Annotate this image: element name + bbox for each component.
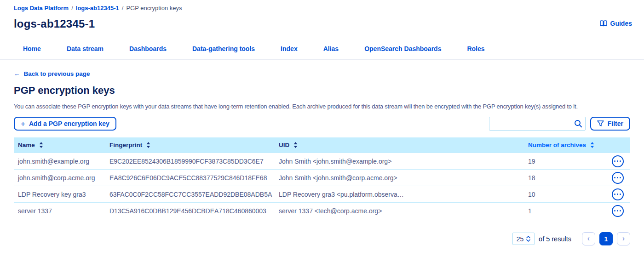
sort-icon[interactable] [39,142,43,148]
prev-page-button[interactable]: ‹ [582,232,595,245]
funnel-icon [597,120,604,127]
ellipsis-icon [614,194,616,195]
breadcrumb-current: PGP encryption keys [126,5,182,11]
cell-name: LDP Recovery key gra3 [14,191,109,198]
cell-archives: 19 [527,158,605,165]
sort-icon[interactable] [590,142,594,148]
breadcrumb-link-logs-data-platform[interactable]: Logs Data Platform [14,5,69,11]
plus-icon: + [21,120,25,128]
row-actions-button[interactable] [612,155,624,167]
next-page-button[interactable]: › [617,232,630,245]
search-icon[interactable] [574,120,582,130]
sort-icon[interactable] [293,142,298,148]
cell-uid: LDP Recovery gra3 <pu.platform.observa… [278,191,527,198]
section-description: You can associate these PGP encryption k… [14,103,630,110]
sort-icon[interactable] [146,142,150,148]
pgp-keys-table: Name Fingerprint UID Number of archives … [14,137,630,219]
ellipsis-icon [614,177,616,179]
tab-opensearch-dashboards[interactable]: OpenSearch Dashboards [364,45,441,59]
cell-fingerprint: EA8C926C6E06DC9ACE5CC88377529C846D18FE68 [109,174,278,182]
cell-uid: John Smith <john.smith@example.org> [278,158,527,165]
back-link[interactable]: ← Back to previous page [14,70,90,77]
page-number: 1 [604,235,608,243]
column-header-label: Name [18,142,35,148]
page-size-select[interactable]: 25 [512,233,535,245]
cell-name: server 1337 [14,207,109,215]
guides-link[interactable]: Guides [600,20,632,27]
page-header: logs-ab12345-1 Guides [0,11,644,30]
cell-name: john.smith@corp.acme.org [14,174,109,182]
filter-button[interactable]: Filter [590,117,630,131]
page-size-value: 25 [517,235,524,243]
row-actions-button[interactable] [612,205,624,217]
search-box [489,117,586,131]
filter-label: Filter [608,120,623,127]
tab-home[interactable]: Home [23,45,41,59]
cell-archives: 10 [527,191,605,198]
tab-bar: Home Data stream Dashboards Data-gatheri… [0,30,644,60]
page-title: logs-ab12345-1 [14,17,95,30]
chevron-left-icon: ‹ [587,234,590,243]
column-header-label: Fingerprint [109,142,142,148]
breadcrumb-separator: / [122,5,124,11]
book-icon [600,20,607,27]
column-header-name[interactable]: Name [14,142,109,148]
chevron-right-icon: › [622,234,625,243]
table-row: john.smith@corp.acme.org EA8C926C6E06DC9… [14,169,630,186]
row-actions-button[interactable] [612,172,624,184]
toolbar: + Add a PGP encryption key [14,117,630,131]
cell-uid: John Smith <john.smith@corp.acme.org> [278,174,527,182]
tab-alias[interactable]: Alias [323,45,339,59]
add-pgp-key-button[interactable]: + Add a PGP encryption key [14,117,116,131]
up-down-chevrons-icon [526,236,530,242]
cell-archives: 18 [527,174,605,182]
column-header-number-of-archives[interactable]: Number of archives [527,142,605,148]
table-row: server 1337 D13C5A916C0DBB129E456DCBDEA7… [14,202,630,219]
table-row: LDP Recovery key gra3 63FAC0C0F2CC58FCC7… [14,186,630,202]
tab-index[interactable]: Index [281,45,298,59]
column-header-fingerprint[interactable]: Fingerprint [109,142,278,148]
cell-archives: 1 [527,207,605,215]
arrow-left-icon: ← [14,70,20,77]
pagination: 25 of 5 results ‹ 1 › [14,232,630,245]
results-count-label: of 5 results [539,235,571,243]
guides-label: Guides [610,20,632,27]
section-heading: PGP encryption keys [14,85,630,97]
cell-uid: server 1337 <tech@corp.acme.org> [278,207,527,215]
tab-data-stream[interactable]: Data stream [67,45,104,59]
cell-name: john.smith@example.org [14,158,109,165]
add-pgp-key-label: Add a PGP encryption key [29,120,109,127]
ellipsis-icon [614,210,616,212]
table-header-row: Name Fingerprint UID Number of archives [14,137,630,153]
pgp-keys-page: Logs Data Platform / logs-ab12345-1 / PG… [0,0,644,262]
column-header-label: Number of archives [528,142,586,148]
search-input[interactable] [489,117,586,131]
column-header-uid[interactable]: UID [278,142,527,148]
back-link-label: Back to previous page [24,70,90,77]
table-row: john.smith@example.org E9C202EE8524306B1… [14,153,630,169]
column-header-label: UID [279,142,289,148]
row-actions-button[interactable] [612,188,624,200]
cell-fingerprint: E9C202EE8524306B1859990FCF3873C85DD3C6E7 [109,158,278,165]
cell-fingerprint: 63FAC0C0F2CC58FCC7CC3557EADD92DBE08ADB5A [109,191,278,198]
breadcrumb-link-service[interactable]: logs-ab12345-1 [76,5,119,11]
tab-dashboards[interactable]: Dashboards [129,45,167,59]
page-1-button[interactable]: 1 [599,232,613,245]
tab-data-gathering-tools[interactable]: Data-gathering tools [192,45,255,59]
breadcrumb-separator: / [71,5,73,11]
cell-fingerprint: D13C5A916C0DBB129E456DCBDEA718C460860003 [109,207,278,215]
ellipsis-icon [614,160,616,162]
toolbar-right: Filter [489,117,630,131]
breadcrumb: Logs Data Platform / logs-ab12345-1 / PG… [0,0,644,11]
tab-roles[interactable]: Roles [467,45,484,59]
